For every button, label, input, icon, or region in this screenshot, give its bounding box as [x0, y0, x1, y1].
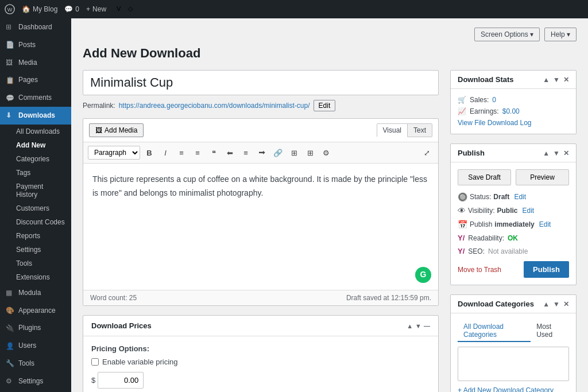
sidebar-item-seo[interactable]: 📈 SEO [0, 390, 71, 392]
price-input[interactable] [98, 372, 144, 389]
tab-most-used[interactable]: Most Used [531, 320, 569, 342]
download-stats-body: 🛒 Sales: 0 📈 Earnings: $0.00 View File D… [451, 89, 576, 134]
sidebar-sub-tags[interactable]: Tags [0, 166, 71, 180]
admin-bar-new[interactable]: + New [86, 5, 106, 13]
sidebar-sub-customers[interactable]: Customers [0, 201, 71, 215]
sidebar-sub-payment-history[interactable]: Payment History [0, 180, 71, 201]
download-prices-header[interactable]: Download Prices ▲ ▼ — [83, 316, 438, 336]
add-media-button[interactable]: 🖼 Add Media [89, 123, 144, 137]
bold-button[interactable]: B [142, 146, 156, 160]
collapse-down-button[interactable]: ▼ [415, 323, 421, 329]
grammarly-icon[interactable]: G [415, 267, 431, 283]
table-button[interactable]: ⊞ [287, 146, 301, 160]
price-input-row: $ [91, 372, 430, 389]
align-left-button[interactable]: ⬅ [223, 146, 237, 160]
edit-slug-button[interactable]: Edit [314, 100, 336, 111]
download-categories-header[interactable]: Download Categories ▲ ▼ ✕ [451, 295, 576, 313]
sidebar-sub-discount-codes[interactable]: Discount Codes [0, 215, 71, 229]
readability-value: OK [508, 234, 518, 242]
paragraph-select[interactable]: Paragraph Heading 1 Heading 2 Heading 3 [88, 146, 140, 160]
svg-text:W: W [7, 7, 13, 13]
screen-options-button[interactable]: Screen Options ▾ [474, 28, 540, 41]
visibility-row: 👁 Visibility: Public Edit [458, 206, 569, 215]
variable-pricing-label: Enable variable pricing [102, 358, 178, 366]
sidebar-sub-extensions[interactable]: Extensions [0, 270, 71, 284]
settings-icon: ⚙ [6, 377, 15, 386]
sidebar-item-settings[interactable]: ⚙ Settings [0, 372, 71, 390]
settings-button[interactable]: ⚙ [319, 146, 333, 160]
download-stats-header[interactable]: Download Stats ▲ ▼ ✕ [451, 71, 576, 89]
sidebar-sub-reports[interactable]: Reports [0, 229, 71, 243]
stats-down[interactable]: ▼ [553, 76, 560, 84]
save-draft-button[interactable]: Save Draft [458, 169, 511, 185]
sidebar-item-downloads[interactable]: ⬇ Downloads [0, 107, 71, 125]
sales-value-link[interactable]: 0 [492, 96, 496, 104]
sidebar-item-posts[interactable]: 📄 Posts [0, 36, 71, 54]
post-title-input[interactable] [83, 70, 439, 95]
admin-bar-logo[interactable]: W [5, 4, 15, 14]
link-button[interactable]: 🔗 [271, 146, 285, 160]
sidebar-item-plugins[interactable]: 🔌 Plugins [0, 319, 71, 337]
trash-link[interactable]: Move to Trash [458, 266, 501, 274]
publish-close[interactable]: ✕ [563, 149, 569, 157]
italic-button[interactable]: I [158, 146, 172, 160]
sidebar-item-appearance[interactable]: 🎨 Appearance [0, 302, 71, 320]
blockquote-button[interactable]: ❝ [207, 146, 220, 160]
align-right-button[interactable]: ⮕ [255, 146, 269, 160]
media-icon: 🖼 [6, 58, 15, 67]
svg-text:◇: ◇ [128, 5, 133, 12]
add-media-icon: 🖼 [95, 126, 102, 134]
visibility-edit-link[interactable]: Edit [522, 207, 534, 215]
earnings-stat-row: 📈 Earnings: $0.00 [458, 107, 569, 115]
add-category-link[interactable]: + Add New Download Category [458, 386, 554, 392]
unordered-list-button[interactable]: ≡ [175, 146, 188, 160]
admin-bar-comments[interactable]: 💬 0 [64, 5, 79, 13]
cats-up[interactable]: ▲ [543, 300, 550, 308]
view-log-link[interactable]: View File Download Log [458, 119, 569, 127]
tab-visual[interactable]: Visual [377, 123, 408, 137]
publish-date-edit-link[interactable]: Edit [539, 220, 551, 228]
sidebar-item-modula[interactable]: ▦ Modula [0, 284, 71, 302]
word-count-bar: Word count: 25 Draft saved at 12:15:59 p… [83, 290, 438, 305]
status-edit-link[interactable]: Edit [514, 193, 526, 201]
help-button[interactable]: Help ▾ [544, 28, 577, 41]
tab-text[interactable]: Text [408, 123, 432, 137]
stats-up[interactable]: ▲ [543, 76, 550, 84]
fullscreen-button[interactable]: ⤢ [420, 146, 434, 160]
ordered-list-button[interactable]: ≡ [191, 146, 204, 160]
sidebar-item-tools[interactable]: 🔧 Tools [0, 355, 71, 372]
stats-controls: ▲ ▼ ✕ [543, 76, 569, 84]
sidebar-item-dashboard[interactable]: ⊞ Dashboard [0, 18, 71, 36]
permalink-link[interactable]: https://andreea.georgeciobanu.com/downlo… [119, 102, 310, 110]
publish-body: Save Draft Preview 🔘 Status: Draft Edit … [451, 162, 576, 285]
publish-footer: Move to Trash Publish [458, 261, 569, 278]
page-title: Add New Download [83, 46, 577, 61]
publish-button[interactable]: Publish [524, 261, 569, 278]
publish-down[interactable]: ▼ [553, 149, 560, 157]
earnings-value-link[interactable]: $0.00 [502, 107, 520, 115]
publish-box: Publish ▲ ▼ ✕ Save Draft Preview [450, 143, 577, 285]
collapse-up-button[interactable]: ▲ [407, 323, 413, 329]
sidebar-sub-all-downloads[interactable]: All Downloads [0, 125, 71, 138]
sidebar-item-comments[interactable]: 💬 Comments [0, 89, 71, 107]
align-center-button[interactable]: ≡ [239, 146, 253, 160]
sidebar-sub-settings[interactable]: Settings [0, 243, 71, 257]
more-button[interactable]: ⊞ [303, 146, 317, 160]
sidebar-sub-tools[interactable]: Tools [0, 257, 71, 270]
sidebar-item-media[interactable]: 🖼 Media [0, 54, 71, 72]
publish-up[interactable]: ▲ [543, 149, 550, 157]
tab-all-categories[interactable]: All Download Categories [458, 320, 531, 342]
sidebar-item-users[interactable]: 👤 Users [0, 337, 71, 355]
sidebar-sub-categories[interactable]: Categories [0, 152, 71, 166]
sidebar-sub-add-new[interactable]: Add New [0, 138, 71, 152]
variable-pricing-checkbox[interactable] [91, 358, 99, 366]
publish-header[interactable]: Publish ▲ ▼ ✕ [451, 144, 576, 162]
admin-bar-site[interactable]: 🏠 My Blog [22, 5, 57, 13]
preview-button[interactable]: Preview [516, 169, 569, 185]
cats-close[interactable]: ✕ [563, 300, 569, 308]
editor-content-area[interactable]: This picture represents a cup of coffee … [83, 164, 438, 290]
stats-close[interactable]: ✕ [563, 76, 569, 84]
sidebar-item-pages[interactable]: 📋 Pages [0, 71, 71, 89]
toggle-button[interactable]: — [424, 323, 430, 329]
cats-down[interactable]: ▼ [553, 300, 560, 308]
